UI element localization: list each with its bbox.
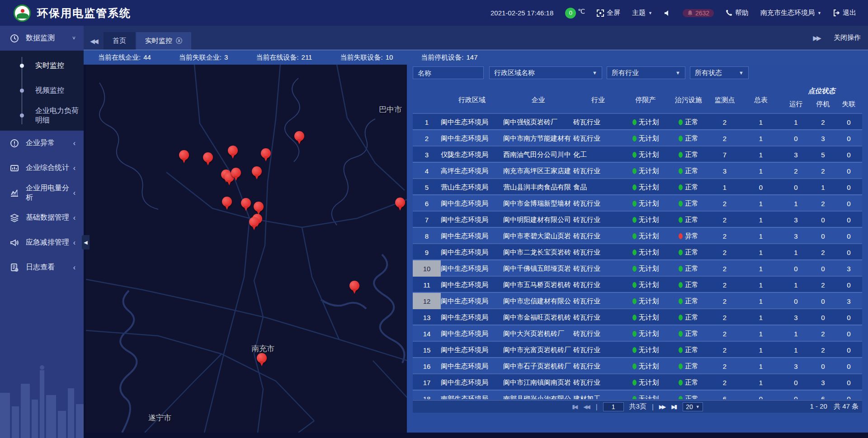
table-row[interactable]: 17阆中生态环境局阆中市江南镇阆南页岩砖瓦行业无计划正常21030 [413, 373, 862, 390]
map-pin-icon[interactable] [294, 131, 304, 145]
cell-points: 2 [709, 281, 741, 289]
theme-menu[interactable]: 主题 ▼ [632, 9, 652, 17]
stat-value: 147 [467, 53, 478, 62]
bell-icon [687, 10, 693, 16]
map-pin-icon[interactable] [261, 148, 271, 162]
cell-meter: 1 [741, 167, 781, 175]
logout-button[interactable]: 退出 [833, 9, 856, 17]
map-pin-icon[interactable] [257, 353, 267, 367]
prev-page-button[interactable]: ◀◀ [583, 404, 590, 410]
status-text: 正常 [685, 362, 698, 371]
table-row[interactable]: 3仪陇生态环境局西南油气田分公司川中化工无计划正常71350 [413, 146, 862, 162]
table-row[interactable]: 9阆中生态环境局阆中市二龙长宝页岩砖砖瓦行业无计划正常21120 [413, 243, 862, 259]
status-dot-icon [679, 347, 683, 353]
tabs-scroll-left-button[interactable]: ◀◀ [84, 32, 104, 50]
tab-2[interactable]: 实时监控ⓧ [136, 32, 191, 50]
cell-index: 8 [413, 228, 441, 244]
status-dot-icon [632, 396, 637, 400]
table-row[interactable]: 2阆中生态环境局阆中市南方节能建材有砖瓦行业无计划正常21030 [413, 129, 862, 146]
status-filter-select[interactable]: 所有状态 ▼ [690, 66, 749, 79]
page-size-select[interactable]: 20 ▼ [683, 402, 703, 411]
cell-index: 12 [413, 293, 441, 309]
close-operations-button[interactable]: 关闭操作 [834, 33, 861, 42]
sidebar-subitem-2[interactable]: 视频监控 [0, 78, 84, 103]
table-row[interactable]: 4高坪生态环境局南充市高坪区王家店建砖瓦行业无计划正常31220 [413, 162, 862, 178]
map-pin-icon[interactable] [203, 152, 213, 166]
cell-company: 阆中市五马桥页岩机砖 [503, 281, 573, 289]
table-row[interactable]: 10阆中生态环境局阆中千佛镇五郎垭页岩砖瓦行业无计划正常21003 [413, 259, 862, 276]
map-pin-icon[interactable] [349, 281, 359, 294]
page-number-input[interactable] [603, 402, 624, 411]
sidebar-item-4[interactable]: 企业用电量分析‹ [0, 180, 84, 205]
map-pin-icon[interactable] [254, 202, 264, 215]
table-row[interactable]: 7阆中生态环境局阆中明阳建材有限公司砖瓦行业无计划正常21300 [413, 211, 862, 227]
industry-filter-select[interactable]: 所有行业 ▼ [607, 66, 685, 79]
cell-meter: 1 [741, 151, 781, 159]
table-row[interactable]: 14阆中生态环境局阆中大兴页岩机砖厂砖瓦行业无计划正常21120 [413, 325, 862, 341]
sidebar-subitem-1[interactable]: 实时监控 [0, 53, 84, 78]
cell-run: 3 [781, 151, 811, 159]
table-row[interactable]: 15阆中生态环境局阆中市光富页岩机砖厂砖瓦行业无计划正常21120 [413, 341, 862, 357]
table-row[interactable]: 12阆中生态环境局阆中市忠信建材有限公砖瓦行业无计划正常21003 [413, 292, 862, 308]
help-button[interactable]: 帮助 [726, 9, 749, 17]
status-dot-icon [632, 136, 637, 141]
sidebar-item-6[interactable]: 应急减排管理‹ [0, 230, 84, 255]
table-row[interactable]: 5营山生态环境局营山县润丰肉食品有限食品无计划正常10010 [413, 178, 862, 194]
skyline-decoration [0, 352, 84, 438]
table-row[interactable]: 6阆中生态环境局阆中市金博瑞新型墙材砖瓦行业无计划正常21120 [413, 194, 862, 211]
map-panel[interactable]: 巴中市南充市遂宁市 [86, 65, 408, 433]
table-row[interactable]: 18南部生态环境局南部县砌兴小沟有限公建材加工无计划正常60060 [413, 390, 862, 399]
map-pin-icon[interactable] [252, 166, 262, 180]
table-row[interactable]: 13阆中生态环境局阆中市金福旺页岩机砖砖瓦行业无计划正常21300 [413, 308, 862, 325]
map-pin-icon[interactable] [222, 197, 232, 210]
name-filter-input[interactable] [418, 69, 479, 77]
table-row[interactable]: 16阆中生态环境局阆中市石子页岩机砖厂砖瓦行业无计划正常21300 [413, 357, 862, 373]
cell-region: 阆中生态环境局 [441, 248, 503, 257]
table-row[interactable]: 1阆中生态环境局阆中强锐页岩砖厂砖瓦行业无计划正常21120 [413, 113, 862, 129]
map-pin-icon[interactable] [179, 150, 189, 164]
cell-stop: 0 [811, 265, 835, 273]
speaker-icon [664, 10, 671, 16]
region-filter-select[interactable]: 行政区域名称 ▼ [489, 66, 602, 79]
cell-run: 0 [781, 265, 811, 273]
fullscreen-icon [597, 9, 604, 17]
status-text: 正常 [685, 248, 698, 257]
table-row[interactable]: 8阆中生态环境局阆中市枣碧大梁山页岩砖瓦行业无计划异常21300 [413, 227, 862, 243]
logout-icon [833, 9, 840, 16]
map-pin-icon[interactable] [241, 198, 251, 212]
map-pin-icon[interactable] [231, 168, 241, 181]
map-pin-icon[interactable] [395, 198, 405, 211]
sidebar-item-1[interactable]: 数据监测˅ [0, 26, 84, 51]
tabs-scroll-right-button[interactable]: ▶▶ [807, 29, 826, 47]
status-filter-value: 所有状态 [695, 69, 722, 77]
org-menu[interactable]: 南充市生态环境局 ▼ [760, 9, 821, 17]
sidebar-item-2[interactable]: 企业异常‹ [0, 131, 84, 155]
col-points: 监测点 [709, 81, 741, 113]
status-dot-icon [679, 331, 683, 337]
next-page-button[interactable]: ▶▶ [659, 404, 666, 410]
col-company: 企业 [503, 81, 573, 113]
cell-points: 2 [709, 379, 741, 386]
sidebar-collapse-handle[interactable]: ◀ [82, 235, 90, 250]
notification-badge[interactable]: 2632 [683, 9, 714, 17]
fullscreen-button[interactable]: 全屏 [597, 9, 620, 17]
app-title: 环保用电监管系统 [37, 6, 131, 20]
sidebar-item-5[interactable]: 基础数据管理‹ [0, 205, 84, 230]
map-pin-icon[interactable] [249, 217, 259, 231]
tab-1[interactable]: 首页 [104, 32, 135, 50]
sound-toggle[interactable] [664, 10, 671, 16]
sidebar-subitem-3[interactable]: 企业电力负荷明细 [0, 103, 84, 128]
cell-company: 西南油气田分公司川中 [503, 151, 573, 159]
table-row[interactable]: 11阆中生态环境局阆中市五马桥页岩机砖砖瓦行业无计划正常21120 [413, 276, 862, 292]
cell-stop: 2 [811, 167, 835, 175]
map-pin-icon[interactable] [228, 146, 238, 159]
sidebar-item-7[interactable]: 日志查看‹ [0, 255, 84, 280]
stat-label: 当前失联设备: [340, 53, 382, 62]
first-page-button[interactable]: ▮◀ [572, 404, 578, 410]
cell-lost: 0 [835, 395, 862, 400]
sidebar-item-3[interactable]: 企业综合统计‹ [0, 155, 84, 180]
tab-close-icon[interactable]: ⓧ [176, 37, 182, 45]
last-page-button[interactable]: ▶▮ [671, 404, 677, 410]
col-index [413, 81, 441, 113]
chevron-left-icon: ‹ [73, 164, 75, 172]
